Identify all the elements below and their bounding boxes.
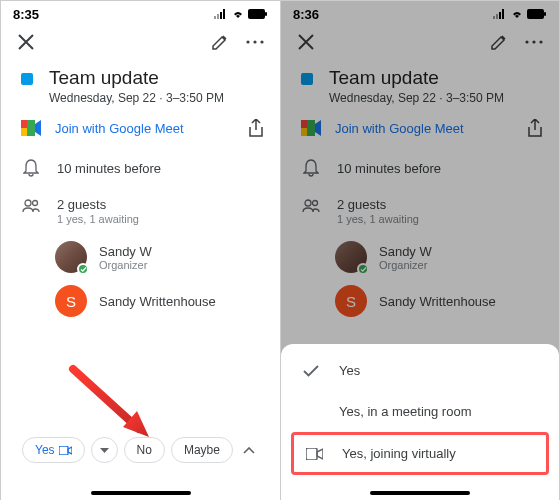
accepted-badge-icon [77,263,89,275]
svg-point-12 [25,200,31,206]
rsvp-maybe-button[interactable]: Maybe [171,437,233,463]
home-indicator [91,491,191,495]
guests-icon [22,199,40,213]
reminder-row[interactable]: 10 minutes before [17,149,264,187]
video-icon [306,448,323,460]
guest-summary: 1 yes, 1 awaiting [57,213,139,225]
status-bar: 8:35 [1,1,280,25]
svg-rect-2 [220,12,222,19]
edit-icon[interactable] [211,34,228,51]
event-title: Team update [49,67,224,89]
svg-rect-10 [21,128,27,136]
guest-item-2[interactable]: S Sandy Writtenhouse [17,279,264,323]
chevron-up-icon[interactable] [243,447,255,454]
svg-point-7 [253,40,256,43]
svg-rect-11 [27,120,35,136]
annotation-arrow-icon [61,361,161,451]
svg-rect-3 [223,9,225,19]
rsvp-options-sheet: Yes Yes, in a meeting room Yes, joining … [281,344,559,500]
guest-count: 2 guests [57,197,139,212]
option-meeting-room[interactable]: Yes, in a meeting room [281,391,559,432]
svg-rect-29 [306,448,317,460]
svg-rect-9 [21,120,27,128]
svg-point-13 [33,201,38,206]
svg-rect-1 [217,14,219,19]
rsvp-maybe-label: Maybe [184,443,220,457]
option-joining-virtually[interactable]: Yes, joining virtually [294,435,546,472]
guest-name: Sandy W [99,244,152,259]
event-datetime: Wednesday, Sep 22 · 3–3:50 PM [49,91,224,105]
check-icon [303,365,319,377]
screenshot-left: 8:35 Team update Wednesday, Sep 22 · 3–3… [1,1,280,500]
battery-icon [248,9,268,19]
meet-link-label: Join with Google Meet [55,121,184,136]
screenshot-right: 8:36 Team update Wednesday, Sep 22 · 3–3… [280,1,559,500]
svg-point-6 [246,40,249,43]
guest-item-1[interactable]: Sandy W Organizer [17,235,264,279]
reminder-text: 10 minutes before [57,161,161,176]
avatar [55,241,87,273]
svg-rect-0 [214,16,216,19]
google-meet-icon [21,120,41,136]
guests-row[interactable]: 2 guests 1 yes, 1 awaiting [17,187,264,235]
option-virtual-label: Yes, joining virtually [342,446,456,461]
avatar: S [55,285,87,317]
rsvp-yes-label: Yes [35,443,55,457]
guest-name: Sandy Writtenhouse [99,294,216,309]
signal-icon [214,9,228,19]
close-icon[interactable] [17,33,35,51]
more-icon[interactable] [246,40,264,44]
clock: 8:35 [13,7,39,22]
annotation-highlight: Yes, joining virtually [291,432,549,475]
svg-point-8 [260,40,263,43]
bell-icon [23,159,39,177]
option-yes[interactable]: Yes [281,350,559,391]
option-yes-label: Yes [339,363,360,378]
svg-rect-5 [265,12,267,16]
toolbar [1,25,280,59]
guest-role: Organizer [99,259,152,271]
svg-rect-4 [248,9,265,19]
join-meet-button[interactable]: Join with Google Meet [21,120,184,136]
wifi-icon [231,9,245,19]
option-room-label: Yes, in a meeting room [339,404,471,419]
event-header: Team update Wednesday, Sep 22 · 3–3:50 P… [17,59,264,107]
share-icon[interactable] [248,119,264,137]
calendar-color-chip [21,73,33,85]
status-icons [214,9,268,19]
home-indicator [370,491,470,495]
